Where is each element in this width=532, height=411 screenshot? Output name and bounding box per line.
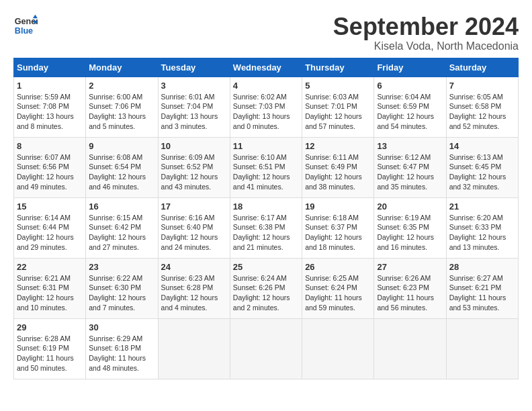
day-number: 20 — [377, 201, 443, 212]
calendar-cell — [158, 318, 230, 379]
header-cell-thursday: Thursday — [302, 58, 374, 77]
header-cell-monday: Monday — [86, 58, 158, 77]
day-number: 3 — [161, 81, 227, 91]
day-number: 8 — [17, 141, 83, 151]
day-info: Sunrise: 6:01 AMSunset: 7:04 PMDaylight:… — [161, 92, 227, 132]
day-info: Sunrise: 6:04 AMSunset: 6:59 PMDaylight:… — [377, 92, 443, 132]
title-area: September 2024 Kisela Voda, North Macedo… — [333, 13, 519, 52]
day-number: 21 — [449, 201, 515, 212]
day-number: 14 — [449, 141, 515, 151]
day-number: 11 — [233, 141, 299, 151]
calendar-cell: 8Sunrise: 6:07 AMSunset: 6:56 PMDaylight… — [14, 137, 86, 197]
day-number: 18 — [233, 201, 299, 212]
day-number: 24 — [161, 262, 227, 272]
calendar-cell — [446, 318, 518, 379]
day-info: Sunrise: 6:23 AMSunset: 6:28 PMDaylight:… — [161, 273, 227, 313]
day-info: Sunrise: 6:14 AMSunset: 6:44 PMDaylight:… — [17, 213, 83, 253]
calendar-week-4: 22Sunrise: 6:21 AMSunset: 6:31 PMDayligh… — [14, 258, 519, 318]
day-number: 22 — [17, 262, 83, 272]
calendar-cell: 11Sunrise: 6:10 AMSunset: 6:51 PMDayligh… — [230, 137, 302, 197]
calendar-cell: 19Sunrise: 6:18 AMSunset: 6:37 PMDayligh… — [302, 197, 374, 258]
day-info: Sunrise: 6:29 AMSunset: 6:18 PMDaylight:… — [89, 334, 154, 373]
calendar-cell: 21Sunrise: 6:20 AMSunset: 6:33 PMDayligh… — [446, 197, 518, 258]
header-cell-sunday: Sunday — [14, 58, 86, 77]
header-cell-tuesday: Tuesday — [158, 58, 230, 77]
day-info: Sunrise: 6:03 AMSunset: 7:01 PMDaylight:… — [305, 92, 371, 132]
calendar-cell: 18Sunrise: 6:17 AMSunset: 6:38 PMDayligh… — [230, 197, 302, 258]
day-info: Sunrise: 6:00 AMSunset: 7:06 PMDaylight:… — [89, 92, 154, 132]
location-subtitle: Kisela Voda, North Macedonia — [333, 40, 519, 52]
day-number: 29 — [17, 322, 83, 332]
day-number: 10 — [161, 141, 227, 151]
calendar-cell — [230, 318, 302, 379]
day-number: 19 — [305, 201, 371, 212]
calendar-cell: 29Sunrise: 6:28 AMSunset: 6:19 PMDayligh… — [14, 318, 86, 379]
calendar-cell: 7Sunrise: 6:05 AMSunset: 6:58 PMDaylight… — [446, 77, 518, 137]
day-number: 7 — [449, 81, 515, 91]
calendar-cell: 9Sunrise: 6:08 AMSunset: 6:54 PMDaylight… — [86, 137, 158, 197]
day-info: Sunrise: 6:19 AMSunset: 6:35 PMDaylight:… — [377, 213, 443, 253]
calendar-cell: 22Sunrise: 6:21 AMSunset: 6:31 PMDayligh… — [14, 258, 86, 318]
calendar-cell: 28Sunrise: 6:27 AMSunset: 6:21 PMDayligh… — [446, 258, 518, 318]
day-number: 9 — [89, 141, 154, 151]
calendar-cell — [302, 318, 374, 379]
header-cell-saturday: Saturday — [446, 58, 518, 77]
day-info: Sunrise: 6:13 AMSunset: 6:45 PMDaylight:… — [449, 152, 515, 192]
day-info: Sunrise: 6:11 AMSunset: 6:49 PMDaylight:… — [305, 152, 371, 192]
calendar-cell: 10Sunrise: 6:09 AMSunset: 6:52 PMDayligh… — [158, 137, 230, 197]
day-info: Sunrise: 6:26 AMSunset: 6:23 PMDaylight:… — [377, 273, 443, 313]
header-cell-friday: Friday — [374, 58, 446, 77]
calendar-cell: 1Sunrise: 5:59 AMSunset: 7:08 PMDaylight… — [14, 77, 86, 137]
calendar-week-1: 1Sunrise: 5:59 AMSunset: 7:08 PMDaylight… — [14, 77, 519, 137]
header-cell-wednesday: Wednesday — [230, 58, 302, 77]
day-info: Sunrise: 6:02 AMSunset: 7:03 PMDaylight:… — [233, 92, 299, 132]
day-number: 2 — [89, 81, 154, 91]
day-number: 5 — [305, 81, 371, 91]
day-info: Sunrise: 6:22 AMSunset: 6:30 PMDaylight:… — [89, 273, 154, 313]
day-info: Sunrise: 6:25 AMSunset: 6:24 PMDaylight:… — [305, 273, 371, 313]
calendar-table: SundayMondayTuesdayWednesdayThursdayFrid… — [13, 58, 519, 379]
calendar-cell: 12Sunrise: 6:11 AMSunset: 6:49 PMDayligh… — [302, 137, 374, 197]
day-info: Sunrise: 6:10 AMSunset: 6:51 PMDaylight:… — [233, 152, 299, 192]
page-header: General Blue September 2024 Kisela Voda,… — [13, 13, 519, 52]
day-info: Sunrise: 6:08 AMSunset: 6:54 PMDaylight:… — [89, 152, 154, 192]
day-info: Sunrise: 6:20 AMSunset: 6:33 PMDaylight:… — [449, 213, 515, 253]
calendar-week-5: 29Sunrise: 6:28 AMSunset: 6:19 PMDayligh… — [14, 318, 519, 379]
calendar-cell: 16Sunrise: 6:15 AMSunset: 6:42 PMDayligh… — [86, 197, 158, 258]
day-info: Sunrise: 6:05 AMSunset: 6:58 PMDaylight:… — [449, 92, 515, 132]
day-number: 27 — [377, 262, 443, 272]
day-info: Sunrise: 6:15 AMSunset: 6:42 PMDaylight:… — [89, 213, 154, 253]
day-number: 12 — [305, 141, 371, 151]
day-number: 13 — [377, 141, 443, 151]
day-info: Sunrise: 6:12 AMSunset: 6:47 PMDaylight:… — [377, 152, 443, 192]
calendar-cell: 6Sunrise: 6:04 AMSunset: 6:59 PMDaylight… — [374, 77, 446, 137]
day-number: 28 — [449, 262, 515, 272]
day-number: 4 — [233, 81, 299, 91]
calendar-cell: 2Sunrise: 6:00 AMSunset: 7:06 PMDaylight… — [86, 77, 158, 137]
day-number: 26 — [305, 262, 371, 272]
calendar-week-3: 15Sunrise: 6:14 AMSunset: 6:44 PMDayligh… — [14, 197, 519, 258]
day-number: 6 — [377, 81, 443, 91]
calendar-cell: 23Sunrise: 6:22 AMSunset: 6:30 PMDayligh… — [86, 258, 158, 318]
day-number: 17 — [161, 201, 227, 212]
svg-text:Blue: Blue — [15, 26, 33, 36]
calendar-cell: 30Sunrise: 6:29 AMSunset: 6:18 PMDayligh… — [86, 318, 158, 379]
calendar-header: SundayMondayTuesdayWednesdayThursdayFrid… — [14, 58, 519, 77]
calendar-cell: 15Sunrise: 6:14 AMSunset: 6:44 PMDayligh… — [14, 197, 86, 258]
day-info: Sunrise: 6:27 AMSunset: 6:21 PMDaylight:… — [449, 273, 515, 313]
calendar-cell: 24Sunrise: 6:23 AMSunset: 6:28 PMDayligh… — [158, 258, 230, 318]
calendar-week-2: 8Sunrise: 6:07 AMSunset: 6:56 PMDaylight… — [14, 137, 519, 197]
calendar-cell: 25Sunrise: 6:24 AMSunset: 6:26 PMDayligh… — [230, 258, 302, 318]
calendar-body: 1Sunrise: 5:59 AMSunset: 7:08 PMDaylight… — [14, 77, 519, 379]
day-info: Sunrise: 6:07 AMSunset: 6:56 PMDaylight:… — [17, 152, 83, 192]
calendar-cell — [374, 318, 446, 379]
calendar-cell: 3Sunrise: 6:01 AMSunset: 7:04 PMDaylight… — [158, 77, 230, 137]
day-info: Sunrise: 6:24 AMSunset: 6:26 PMDaylight:… — [233, 273, 299, 313]
day-number: 16 — [89, 201, 154, 212]
calendar-cell: 5Sunrise: 6:03 AMSunset: 7:01 PMDaylight… — [302, 77, 374, 137]
day-info: Sunrise: 6:17 AMSunset: 6:38 PMDaylight:… — [233, 213, 299, 253]
calendar-cell: 27Sunrise: 6:26 AMSunset: 6:23 PMDayligh… — [374, 258, 446, 318]
day-info: Sunrise: 6:21 AMSunset: 6:31 PMDaylight:… — [17, 273, 83, 313]
day-info: Sunrise: 6:28 AMSunset: 6:19 PMDaylight:… — [17, 334, 83, 373]
day-info: Sunrise: 6:18 AMSunset: 6:37 PMDaylight:… — [305, 213, 371, 253]
